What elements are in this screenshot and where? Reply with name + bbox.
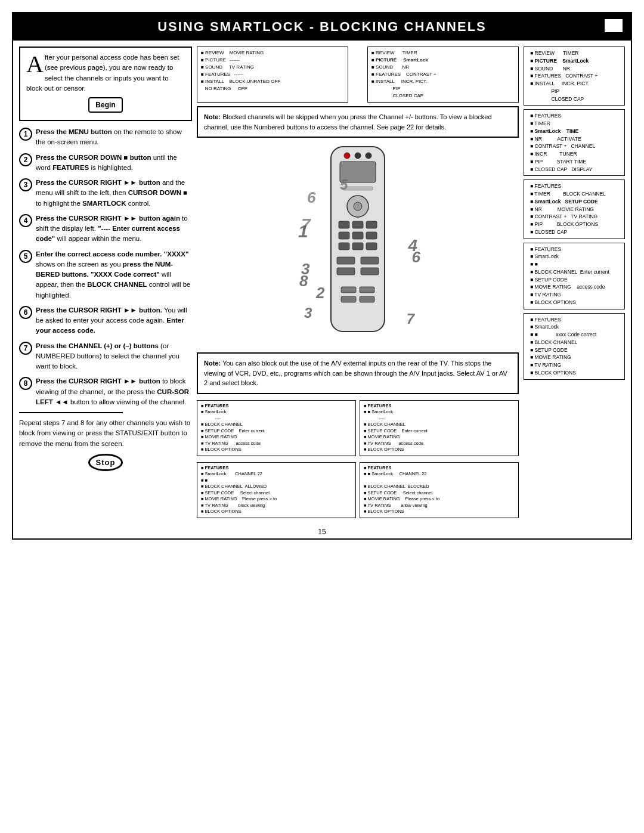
rm5-r3: ■ ■ xxxx Code correct (528, 331, 621, 339)
step-num-3: 3 (19, 178, 32, 191)
bottom-menus-row1: ■ FEATURES ■ SmartLock ---- ■ BLOCK CHAN… (197, 400, 519, 456)
remote-num-7b: 7 (407, 311, 414, 327)
main-content: A fter your personal access code has bee… (13, 41, 631, 524)
remote-num-2: 2 (316, 284, 324, 302)
note1-label: Note: (204, 113, 222, 120)
page-header: Using SmartLock - Blocking Channels (13, 13, 631, 41)
remote-area: 7 6 5 1 3 4 6 8 2 3 7 (197, 144, 519, 346)
step-num-4: 4 (19, 214, 32, 227)
rm2-r1: ■ FEATURES (528, 112, 621, 120)
top-right-r2: ■ PICTURE SmartLock (371, 57, 515, 64)
rm1-r7: CLOSED CAP (528, 95, 621, 103)
step-4: 4 Press the CURSOR RIGHT ►► button again… (19, 213, 192, 244)
step-2: 2 Press the CURSOR DOWN ■ button until t… (19, 153, 192, 174)
top-menu-left-row2: ■ PICTURE ------ (201, 57, 344, 64)
step-num-8: 8 (19, 377, 32, 390)
rm1-r5: ■ INSTALL INCR. PICT. (528, 80, 621, 88)
middle-column: ■ REVIEW MOVIE RATING ■ PICTURE ------ ■… (197, 47, 519, 518)
rm5-r2: ■ SmartLock (528, 323, 621, 331)
svg-rect-15 (361, 257, 379, 264)
svg-rect-9 (352, 232, 363, 239)
step-7: 7 Press the CHANNEL (+) or (–) buttons (… (19, 341, 192, 372)
right-menu-5: ■ FEATURES ■ SmartLock ■ ■ xxxx Code cor… (524, 313, 625, 380)
stop-badge: Stop (19, 454, 192, 471)
svg-rect-14 (337, 257, 355, 264)
rm3-r3: ■ SmartLock SETUP CODE (528, 198, 621, 206)
stop-label: Stop (88, 454, 123, 471)
rm2-r7: ■ PIP START TIME (528, 158, 621, 166)
bottom-right-menu2: ■ FEATURES ■ ■ SmartLock CHANNEL 22 ■ BL… (360, 462, 519, 518)
remote-num-6: 6 (307, 188, 315, 207)
remote-control: 7 6 5 1 3 4 6 8 2 3 7 (298, 144, 417, 346)
rm3-r2: ■ TIMER BLOCK CHANNEL (528, 190, 621, 198)
top-right-r4: ■ FEATURES CONTRAST + (371, 71, 515, 78)
top-menu-left-row3: ■ SOUND TV RATING (201, 64, 344, 71)
rm1-r3: ■ SOUND NR (528, 65, 621, 73)
step-5: 5 Enter the correct access code number. … (19, 249, 192, 301)
step-divider (19, 412, 123, 413)
repeat-text: Repeat steps 7 and 8 for any other chann… (19, 418, 192, 449)
svg-rect-11 (339, 243, 349, 250)
top-menu-right: ■ REVIEW TIMER ■ PICTURE SmartLock ■ SOU… (367, 47, 519, 103)
top-menu-left-row1: ■ REVIEW MOVIE RATING (201, 49, 344, 57)
top-right-r1: ■ REVIEW TIMER (371, 49, 515, 57)
rm2-r8: ■ CLOSED CAP DISPLAY (528, 166, 621, 174)
bottom-left-menu2: ■ FEATURES ■ SmartLock CHANNEL 22 ■ ■ ■ … (197, 462, 356, 518)
remote-num-1: 1 (298, 221, 308, 241)
svg-rect-10 (366, 232, 377, 239)
left-column: A fter your personal access code has bee… (19, 47, 192, 471)
spacer1 (352, 47, 364, 103)
top-menu-left-row5: ■ INSTALL BLOCK UNRATED OFF (201, 78, 344, 85)
rm1-r1: ■ REVIEW TIMER (528, 49, 621, 57)
top-right-r5: ■ INSTALL INCR. PICT. (371, 78, 515, 85)
bottom-right-menu1: ■ FEATURES ■ ■ SmartLock ---- ■ BLOCK CH… (360, 400, 519, 456)
rm2-r4: ■ NR ACTIVATE (528, 135, 621, 143)
remote-num-3b: 3 (304, 305, 312, 321)
svg-rect-13 (366, 243, 377, 250)
rm4-r3: ■ ■ (528, 261, 621, 268)
rm3-r4: ■ NR MOVIE RATING (528, 206, 621, 213)
rm3-r6: ■ PIP BLOCK OPTIONS (528, 221, 621, 228)
rm1-r6: PIP (528, 88, 621, 95)
rm5-r5: ■ SETUP CODE (528, 346, 621, 354)
note-box-1: Note: Blocked channels will be skipped w… (197, 106, 519, 138)
step-text-8: Press the CURSOR RIGHT ►► button to bloc… (36, 376, 192, 407)
rm5-r4: ■ BLOCK CHANNEL (528, 339, 621, 346)
step-text-2: Press the CURSOR DOWN ■ button until the… (36, 153, 192, 174)
step-text-5: Enter the correct access code number. "X… (36, 249, 192, 301)
bottom-menus-row2: ■ FEATURES ■ SmartLock CHANNEL 22 ■ ■ ■ … (197, 462, 519, 518)
top-menu-left-row4: ■ FEATURES ------ (201, 71, 344, 78)
svg-rect-16 (337, 268, 355, 275)
rm2-r2: ■ TIMER (528, 120, 621, 128)
right-menu-2: ■ FEATURES ■ TIMER ■ SmartLock TIME ■ NR… (524, 109, 625, 176)
rm4-r7: ■ TV RATING (528, 291, 621, 299)
begin-label: Begin (88, 97, 122, 113)
top-menu-left: ■ REVIEW MOVIE RATING ■ PICTURE ------ ■… (197, 47, 348, 103)
svg-rect-5 (339, 221, 349, 228)
svg-point-4 (354, 202, 362, 210)
rm4-r5: ■ SETUP CODE (528, 276, 621, 284)
step-text-4: Press the CURSOR RIGHT ►► button again t… (36, 213, 192, 244)
step-3: 3 Press the CURSOR RIGHT ►► button and t… (19, 178, 192, 209)
header-title: Using SmartLock - Blocking Channels (157, 19, 487, 34)
rm2-r3: ■ SmartLock TIME (528, 128, 621, 135)
top-right-r6: PIP (371, 85, 515, 92)
svg-rect-6 (352, 221, 363, 228)
rm4-r4: ■ BLOCK CHANNEL Enter current (528, 268, 621, 276)
step-text-1: Press the MENU button on the remote to s… (36, 127, 192, 148)
step-8: 8 Press the CURSOR RIGHT ►► button to bl… (19, 376, 192, 407)
remote-num-8: 8 (299, 272, 308, 290)
rm3-r7: ■ CLOSED CAP (528, 228, 621, 236)
remote-svg (298, 144, 417, 346)
step-text-6: Press the CURSOR RIGHT ►► button. You wi… (36, 305, 192, 336)
rm2-r6: ■ INCR TUNER (528, 150, 621, 158)
svg-rect-12 (352, 243, 363, 250)
rm3-r1: ■ FEATURES (528, 182, 621, 190)
note-box-2: Note: You can also block out the use of … (197, 352, 519, 394)
step-text-7: Press the CHANNEL (+) or (–) buttons (or… (36, 341, 192, 372)
svg-rect-8 (339, 232, 349, 239)
rm5-r7: ■ TV RATING (528, 361, 621, 369)
rm1-r2: ■ PICTURE SmartLock (528, 57, 621, 65)
svg-rect-18 (341, 287, 356, 293)
svg-rect-17 (361, 268, 379, 275)
